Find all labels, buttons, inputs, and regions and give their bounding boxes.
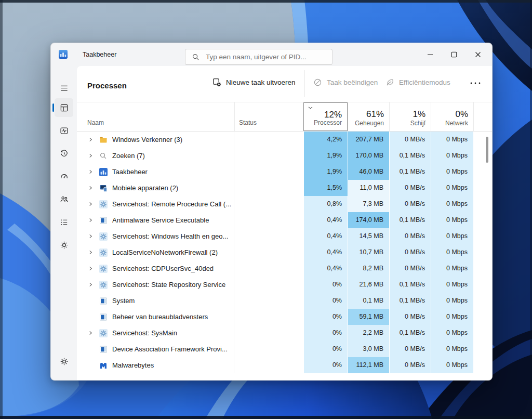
process-name: Servicehost: SysMain	[112, 329, 177, 337]
sidebar-item-settings[interactable]	[55, 352, 73, 371]
close-button[interactable]	[466, 46, 490, 63]
table-row[interactable]: System 0% 0,1 MB 0,1 MB/s 0 Mbps	[77, 293, 492, 309]
column-header-gutter	[473, 102, 492, 131]
gutter-cell	[473, 325, 492, 341]
column-header-memory[interactable]: 61% Geheugen	[348, 102, 389, 131]
name-cell: Device Association Framework Provi...	[77, 341, 234, 357]
table-row[interactable]: LocalServiceNoNetworkFirewall (2) 0,4% 1…	[77, 244, 492, 260]
mobile-icon	[99, 184, 108, 192]
more-options-button[interactable]	[470, 82, 481, 84]
disk-cell: 0,1 MB/s	[389, 212, 431, 228]
column-header-disk[interactable]: 1% Schijf	[389, 102, 431, 131]
sidebar-item-performance[interactable]	[55, 121, 73, 140]
cpu-cell: 1,9%	[303, 148, 348, 164]
close-icon	[475, 51, 481, 58]
expand-chevron-icon[interactable]	[88, 137, 94, 142]
memory-cell: 2,2 MB	[348, 325, 389, 341]
table-row[interactable]: Mobiele apparaten (2) 1,5% 11,0 MB 0 MB/…	[77, 180, 492, 196]
expand-chevron-icon[interactable]	[88, 282, 94, 287]
table-row[interactable]: Taakbeheer 1,9% 46,0 MB 0,1 MB/s 0 Mbps	[77, 164, 492, 180]
gutter-cell	[473, 148, 492, 164]
disk-cell: 0 MB/s	[389, 341, 431, 357]
expand-chevron-icon[interactable]	[88, 330, 94, 336]
ellipsis-icon	[470, 82, 481, 84]
table-row[interactable]: Servicehost: CDPUserSvc_40ded 0,4% 8,2 M…	[77, 260, 492, 277]
name-cell: LocalServiceNoNetworkFirewall (2)	[77, 244, 234, 260]
status-cell	[234, 357, 303, 373]
process-name: Servicehost: Windows Health en geo...	[112, 232, 228, 240]
run-new-task-button[interactable]: Nieuwe taak uitvoeren	[212, 78, 296, 87]
expand-chevron-icon[interactable]	[88, 201, 94, 207]
cpu-cell: 0%	[303, 357, 348, 373]
gutter-cell	[473, 277, 492, 293]
table-row[interactable]: Beheer van bureaubladvensters 0% 59,1 MB…	[77, 309, 492, 325]
network-cell: 0 Mbps	[431, 180, 473, 196]
expand-chevron-icon[interactable]	[88, 266, 94, 271]
network-cell: 0 Mbps	[431, 325, 473, 341]
expand-chevron-icon[interactable]	[88, 233, 94, 239]
end-task-button[interactable]: Taak beëindigen	[313, 78, 378, 87]
expand-chevron-icon[interactable]	[88, 153, 94, 159]
expand-chevron-icon[interactable]	[88, 217, 94, 223]
table-row[interactable]: Windows Verkenner (3) 4,2% 207,7 MB 0 MB…	[77, 132, 492, 148]
name-cell: Mobiele apparaten (2)	[77, 180, 234, 196]
app-history-icon	[60, 149, 69, 158]
name-cell: Servicehost: CDPUserSvc_40ded	[77, 260, 234, 277]
startup-apps-icon	[60, 172, 69, 181]
minimize-button[interactable]	[418, 46, 442, 63]
process-name: Device Association Framework Provi...	[112, 345, 228, 353]
process-name: Antimalware Service Executable	[112, 216, 209, 224]
sidebar-item-processes[interactable]	[55, 98, 73, 117]
sidebar-item-details[interactable]	[55, 213, 73, 231]
table-row[interactable]: Malwarebytes 0% 112,1 MB 0 MB/s 0 Mbps	[77, 357, 492, 373]
disk-cell: 0 MB/s	[389, 180, 431, 196]
expand-chevron-icon[interactable]	[88, 169, 94, 175]
memory-cell: 59,1 MB	[348, 309, 389, 325]
search-input[interactable]	[205, 53, 328, 61]
name-cell: Servicehost: Windows Health en geo...	[77, 228, 234, 244]
gear-icon	[99, 232, 108, 241]
table-header: Naam Status 12% Processor 61% Geheugen 1…	[77, 102, 492, 132]
table-row[interactable]: Servicehost: Windows Health en geo... 0,…	[77, 228, 492, 244]
search-icon	[99, 152, 108, 160]
name-cell: Beheer van bureaubladvensters	[77, 309, 234, 325]
minimize-icon	[427, 51, 433, 58]
sidebar-item-app-history[interactable]	[55, 144, 73, 163]
sort-chevron-icon	[308, 106, 313, 110]
process-name: Servicehost: Remote Procedure Call (...	[112, 200, 231, 208]
status-cell	[234, 244, 303, 260]
search-box[interactable]	[185, 49, 332, 65]
sidebar-item-users[interactable]	[55, 190, 73, 208]
table-row[interactable]: Servicehost: SysMain 0% 2,2 MB 0,1 MB/s …	[77, 325, 492, 341]
table-row[interactable]: Device Association Framework Provi... 0%…	[77, 341, 492, 357]
memory-cell: 7,3 MB	[348, 196, 389, 212]
table-row[interactable]: Zoeken (7) 1,9% 170,0 MB 0,1 MB/s 0 Mbps	[77, 148, 492, 164]
window-title: Taakbeheer	[83, 51, 116, 58]
column-header-name[interactable]: Naam	[77, 102, 234, 131]
cpu-cell: 1,9%	[303, 164, 348, 180]
vertical-scrollbar-thumb[interactable]	[486, 137, 488, 163]
gear-icon	[99, 200, 108, 208]
table-row[interactable]: Servicehost: Remote Procedure Call (... …	[77, 196, 492, 212]
expand-chevron-icon[interactable]	[88, 185, 94, 191]
memory-cell: 14,5 MB	[348, 228, 389, 244]
sidebar-item-services[interactable]	[55, 235, 73, 254]
efficiency-mode-button[interactable]: Efficiëntiemodus	[385, 78, 450, 87]
table-row[interactable]: Antimalware Service Executable 0,4% 174,…	[77, 212, 492, 228]
disk-cell: 0 MB/s	[389, 196, 431, 212]
column-header-cpu[interactable]: 12% Processor	[303, 102, 348, 131]
name-cell: Taakbeheer	[77, 164, 234, 180]
maximize-button[interactable]	[442, 46, 466, 63]
cpu-cell: 0,4%	[303, 244, 348, 260]
sidebar-item-startup-apps[interactable]	[55, 167, 73, 186]
column-header-status[interactable]: Status	[234, 102, 303, 131]
status-cell	[234, 293, 303, 309]
process-name: Windows Verkenner (3)	[112, 136, 182, 143]
table-row[interactable]: Servicehost: State Repository Service 0%…	[77, 277, 492, 293]
expand-chevron-icon[interactable]	[88, 250, 94, 255]
navigation-menu-button[interactable]	[55, 78, 73, 97]
network-cell: 0 Mbps	[431, 277, 473, 293]
network-cell: 0 Mbps	[431, 244, 473, 260]
column-header-network[interactable]: 0% Netwerk	[431, 102, 473, 131]
gutter-cell	[473, 309, 492, 325]
